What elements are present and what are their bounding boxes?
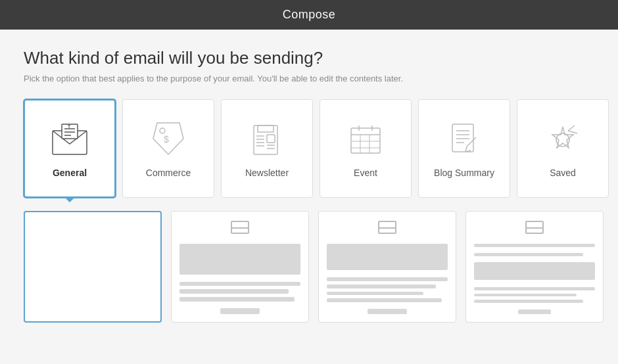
tpl4-email-icon	[474, 221, 595, 238]
template-card-4[interactable]	[465, 211, 604, 323]
svg-text:T: T	[68, 124, 71, 129]
tpl3-button	[368, 309, 407, 314]
template-card-3[interactable]	[318, 211, 456, 323]
event-icon	[345, 119, 387, 161]
svg-point-6	[160, 128, 165, 133]
main-content: What kind of email will you be sending? …	[0, 30, 618, 336]
type-card-commerce[interactable]: $ Commerce	[122, 99, 214, 198]
type-card-blog-summary[interactable]: Blog Summary	[418, 99, 510, 198]
tpl4-button	[518, 309, 551, 314]
tpl4-image-block	[474, 262, 595, 280]
tpl2-line2	[179, 289, 289, 294]
type-card-newsletter[interactable]: Newsletter	[221, 99, 313, 198]
tpl4-line2	[474, 253, 583, 256]
newsletter-icon	[246, 119, 288, 161]
saved-label: Saved	[550, 168, 576, 178]
tpl4-line1	[474, 244, 595, 247]
newsletter-label: Newsletter	[245, 168, 289, 178]
tpl2-line3	[179, 297, 295, 302]
saved-icon	[542, 119, 584, 161]
type-card-general[interactable]: T General	[24, 99, 116, 198]
page-title: What kind of email will you be sending?	[24, 48, 594, 68]
svg-rect-17	[351, 128, 380, 153]
svg-rect-14	[267, 135, 275, 143]
tpl4-line3	[474, 287, 595, 290]
type-cards-row: T General $ Commerce	[24, 99, 594, 198]
tpl2-image-block	[179, 244, 300, 275]
type-card-saved[interactable]: Saved	[517, 99, 609, 198]
svg-text:$: $	[164, 134, 169, 145]
tpl3-line2	[327, 284, 436, 288]
svg-line-35	[568, 125, 575, 131]
general-icon: T	[49, 119, 91, 161]
blog-summary-icon	[443, 119, 485, 161]
tpl4-line4	[474, 294, 577, 297]
commerce-icon: $	[147, 119, 189, 161]
tpl2-button	[220, 308, 260, 314]
svg-line-31	[465, 147, 467, 152]
event-label: Event	[354, 168, 377, 178]
tpl4-line5	[474, 300, 583, 303]
template-card-2[interactable]	[171, 211, 309, 323]
template-cards-row	[24, 211, 594, 323]
svg-marker-34	[552, 127, 573, 148]
tpl2-line1	[179, 282, 300, 286]
tpl3-email-icon	[327, 221, 448, 238]
title-bar: Compose	[0, 0, 618, 30]
tpl3-image-block	[327, 244, 448, 270]
page-subtitle: Pick the option that best applies to the…	[24, 74, 594, 83]
commerce-label: Commerce	[146, 168, 191, 178]
title-bar-label: Compose	[283, 8, 336, 21]
tpl3-line4	[327, 298, 442, 302]
type-card-event[interactable]: Event	[320, 99, 412, 198]
blog-summary-label: Blog Summary	[434, 168, 494, 178]
svg-rect-9	[258, 125, 273, 132]
tpl3-line3	[327, 292, 423, 296]
svg-rect-25	[452, 124, 473, 152]
general-label: General	[53, 168, 87, 178]
tpl2-email-icon	[179, 221, 300, 238]
template-card-1[interactable]	[24, 211, 162, 323]
svg-line-36	[568, 131, 577, 133]
tpl3-line1	[327, 277, 448, 281]
